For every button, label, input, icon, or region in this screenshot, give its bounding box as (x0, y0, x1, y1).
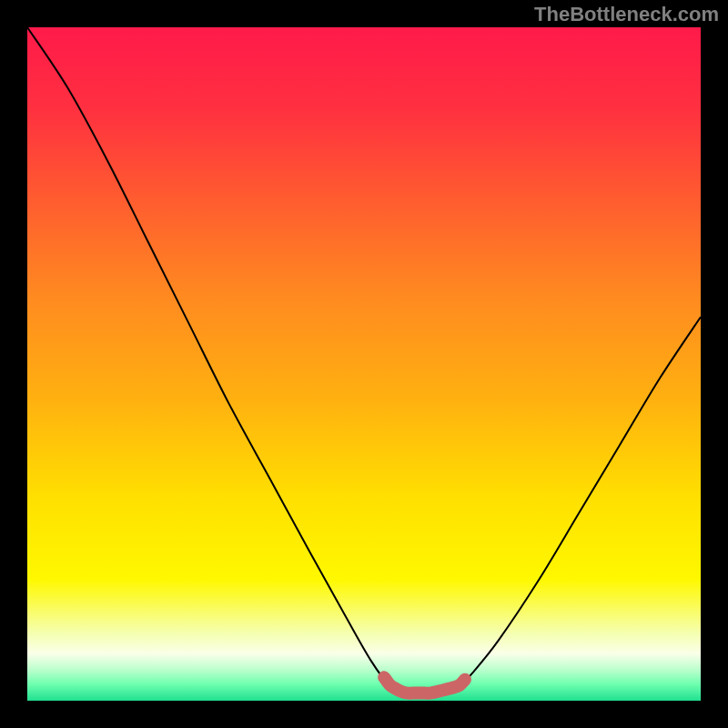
watermark-text: TheBottleneck.com (534, 3, 719, 26)
chart-background (27, 27, 701, 701)
chart-container: TheBottleneck.com (0, 0, 728, 728)
bottleneck-chart (27, 27, 701, 701)
